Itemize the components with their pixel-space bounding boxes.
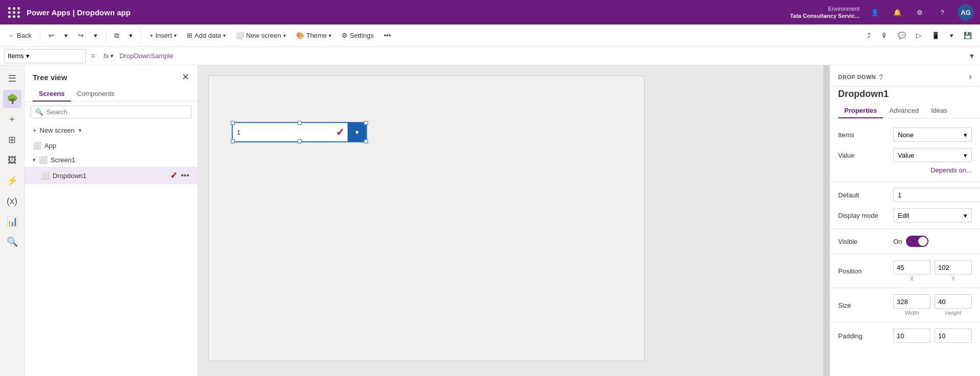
display-mode-select[interactable]: Edit ▾ [893, 208, 972, 222]
back-button[interactable]: ← Back [4, 30, 36, 41]
help-icon[interactable]: ? [935, 5, 949, 19]
depends-on-link[interactable]: Depends on... [830, 165, 980, 178]
redo-button[interactable]: ↪ [74, 30, 88, 41]
dropdown-widget[interactable]: 1 ✓ ▾ [232, 122, 367, 142]
add-data-button[interactable]: ⊞ Add data ▾ [183, 30, 230, 41]
new-screen-tree-chevron-icon: ▾ [79, 127, 82, 134]
handle-tm[interactable] [298, 121, 302, 125]
redo-dropdown-button[interactable]: ▾ [90, 30, 102, 41]
padding-left-group [893, 329, 930, 343]
share-button[interactable]: ⤴ [863, 30, 875, 41]
visible-toggle[interactable] [906, 236, 928, 247]
sidebar-icon-media[interactable]: 🖼 [3, 151, 21, 169]
settings-icon[interactable]: ⚙ [913, 5, 927, 19]
app-launcher-icon[interactable] [6, 5, 22, 20]
audio-button[interactable]: 🎙 [877, 30, 892, 41]
canvas-vscroll[interactable] [823, 65, 829, 376]
selector-chevron-icon: ▾ [26, 52, 30, 60]
chat-button[interactable]: 💬 [894, 30, 910, 41]
position-label: Position [838, 267, 889, 275]
sidebar-icon-menu[interactable]: ☰ [3, 69, 21, 88]
tab-components[interactable]: Components [71, 87, 121, 102]
padding-left-input[interactable] [893, 329, 930, 343]
prop-padding: Padding [830, 325, 980, 346]
position-x-input[interactable] [893, 260, 930, 274]
default-input[interactable] [893, 188, 980, 202]
toolbar-sep-2 [106, 30, 106, 42]
tree-close-button[interactable]: ✕ [182, 71, 189, 83]
handle-tr[interactable] [364, 121, 368, 125]
more-button[interactable]: ••• [380, 30, 395, 41]
env-info: Environment Tata Consultancy Servic... [790, 5, 860, 20]
theme-icon: 🎨 [296, 32, 304, 39]
handle-tl[interactable] [231, 121, 235, 125]
equals-sign: = [89, 52, 97, 60]
items-label: Items [838, 131, 889, 139]
avatar[interactable]: AG [958, 4, 974, 20]
sidebar-icon-variables[interactable]: (x) [3, 192, 21, 210]
tree-item-screen1[interactable]: ▾ ⬜ Screen1 [24, 153, 198, 167]
fx-button[interactable]: fx ▾ [101, 51, 116, 61]
profile-icon[interactable]: 👤 [868, 5, 882, 19]
play-button[interactable]: ▷ [912, 30, 925, 41]
theme-button[interactable]: 🎨 Theme ▾ [292, 30, 335, 41]
dropdown1-more-icon[interactable]: ••• [181, 171, 189, 180]
padding-right-input[interactable] [935, 329, 972, 343]
tab-ideas[interactable]: Ideas [925, 104, 953, 118]
prop-position: Position X Y [830, 257, 980, 285]
undo-dropdown-button[interactable]: ▾ [60, 30, 72, 41]
tree-panel: Tree view ✕ Screens Components 🔍 + New s… [24, 65, 198, 376]
canvas-area[interactable]: 1 ✓ ▾ [198, 65, 829, 376]
width-label: Width [893, 310, 930, 316]
copy-button[interactable]: ⧉ [110, 30, 123, 42]
app-title: Power Apps | Dropdown app [27, 8, 131, 17]
undo-button[interactable]: ↩ [44, 30, 58, 41]
notification-icon[interactable]: 🔔 [890, 5, 904, 19]
props-help-icon[interactable]: ? [879, 73, 883, 81]
device-dropdown-button[interactable]: ▾ [946, 30, 958, 41]
device-button[interactable]: 📱 [927, 30, 944, 41]
items-select[interactable]: None ▾ [893, 128, 972, 142]
handle-br[interactable] [364, 139, 368, 143]
paste-dropdown-button[interactable]: ▾ [125, 30, 137, 41]
handle-bm[interactable] [298, 139, 302, 143]
sidebar-icon-search[interactable]: 🔍 [3, 233, 21, 251]
tree-item-dropdown1[interactable]: ⬜ Dropdown1 ✓ ••• [24, 167, 198, 184]
save-button[interactable]: 💾 [960, 30, 976, 41]
formula-selector[interactable]: Items ▾ [4, 49, 86, 63]
insert-button[interactable]: + Insert ▾ [145, 30, 181, 41]
sidebar-icon-treeview[interactable]: 🌳 [3, 90, 21, 108]
padding-label: Padding [838, 332, 889, 340]
settings-button[interactable]: ⚙ Settings [337, 30, 378, 41]
props-header: DROP DOWN ? › [830, 65, 980, 87]
dropdown-widget-btn[interactable]: ▾ [348, 123, 366, 141]
props-tabs: Properties Advanced Ideas [830, 104, 980, 118]
new-screen-button[interactable]: ⬜ New screen ▾ [232, 30, 290, 41]
new-screen-tree-button[interactable]: + New screen ▾ [24, 122, 198, 138]
dropdown1-icon: ⬜ [41, 171, 50, 180]
tab-advanced[interactable]: Advanced [883, 104, 925, 118]
position-y-input[interactable] [935, 260, 972, 274]
dropdown-check-icon: ✓ [333, 126, 348, 138]
value-select[interactable]: Value ▾ [893, 148, 972, 162]
sidebar-icon-connectors[interactable]: ⚡ [3, 171, 21, 190]
formula-expand-icon[interactable]: ▾ [968, 49, 976, 63]
size-height-input[interactable] [935, 294, 972, 309]
sidebar-icon-data[interactable]: ⊞ [3, 131, 21, 149]
tab-screens[interactable]: Screens [33, 87, 71, 102]
sidebar-icons: ☰ 🌳 + ⊞ 🖼 ⚡ (x) 📊 🔍 [0, 65, 24, 376]
toolbar-sep-3 [141, 30, 141, 42]
tab-properties[interactable]: Properties [838, 104, 883, 118]
theme-chevron-icon: ▾ [329, 33, 331, 38]
handle-bl[interactable] [231, 139, 235, 143]
tree-item-app[interactable]: ⬜ App [24, 138, 198, 153]
display-mode-value: Edit [898, 212, 909, 219]
tree-items: ⬜ App ▾ ⬜ Screen1 ⬜ Dropdown1 ✓ ••• [24, 138, 198, 376]
search-input[interactable] [46, 108, 187, 116]
sidebar-icon-insert[interactable]: + [3, 110, 21, 129]
prop-default: Default [830, 185, 980, 205]
sidebar-icon-analytics[interactable]: 📊 [3, 212, 21, 231]
props-expand-icon[interactable]: › [969, 71, 972, 82]
formula-input[interactable] [119, 52, 965, 60]
size-width-input[interactable] [893, 294, 930, 309]
